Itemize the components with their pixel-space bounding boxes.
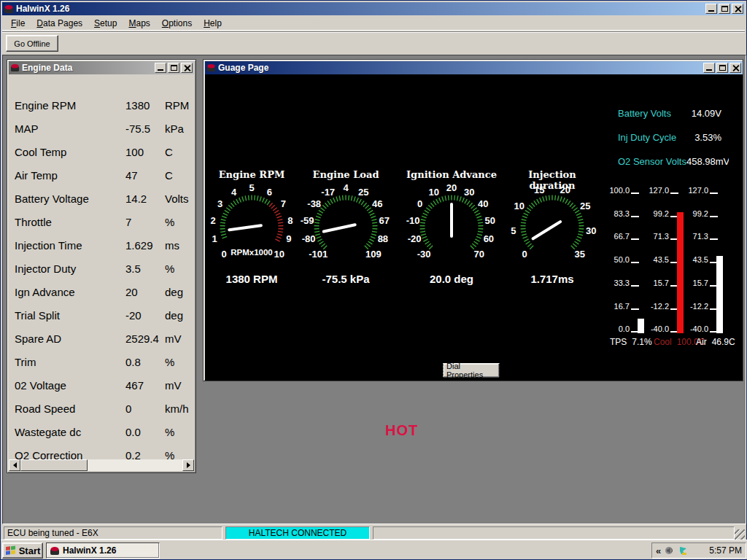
row-value: 467 [125,379,144,392]
svg-text:20: 20 [446,182,457,193]
svg-text:2: 2 [211,215,216,226]
svg-text:88: 88 [378,233,388,244]
scrollbar-thumb[interactable] [20,459,88,471]
row-label: 02 Voltage [15,379,66,392]
haltech-app-icon [4,4,14,14]
row-label: Ign Advance [15,286,75,298]
row-label: Engine RPM [15,99,76,112]
gauge-minimize-button[interactable] [703,63,715,73]
bar-tick-mark [710,238,718,240]
dial-title: Engine RPM [205,169,298,182]
engine-data-row: O2 Correction0.2% [9,443,194,459]
row-unit: % [165,356,174,368]
start-button[interactable]: Start [2,542,43,559]
engine-data-row: Trial Split-20deg [9,303,194,327]
gauge-page-canvas: Battery Volts14.09VInj Duty Cycle3.53%O2… [205,74,743,381]
dial-properties-button[interactable]: Dial Properties [443,363,500,378]
svg-text:40: 40 [478,198,488,209]
bar-tick-label: -40.0 [681,324,708,333]
engine-data-hscrollbar[interactable] [9,459,194,471]
menu-setup[interactable]: Setup [88,17,123,30]
gauge-close-button[interactable] [729,63,741,73]
row-unit: mV [165,379,182,392]
bar-tick: 71.3 [642,230,678,241]
bar-tick: 83.3 [603,208,639,218]
gauge-page-title: Guage Page [218,63,268,73]
bar-tick: 43.5 [642,254,678,264]
dial-title: Engine Load [299,169,392,182]
row-label: Road Speed [15,402,75,415]
menu-data-pages[interactable]: Data Pages [31,17,88,30]
scroll-right-button[interactable] [182,459,194,471]
main-titlebar[interactable]: HalwinX 1.26 [2,2,745,15]
right-arrow-icon [187,462,193,468]
main-close-button[interactable] [732,4,743,14]
toolbar: Go Offline [2,31,745,54]
go-offline-button[interactable]: Go Offline [6,35,58,52]
bar-footer-label: Air [696,337,707,347]
row-unit: Volts [165,192,189,205]
row-label: Injection Time [15,239,82,252]
bar-footer-value: 46.9C [712,337,735,347]
menu-file[interactable]: File [5,17,31,30]
row-value: 0.0 [125,426,141,438]
resize-grip[interactable] [735,529,745,540]
bar-tick-mark [710,216,718,217]
left-arrow-icon [10,462,17,468]
row-value: 0.2 [125,449,141,459]
row-label: MAP [15,122,39,135]
status-ecu-panel: ECU being tuned - E6X [4,526,222,540]
clock: 5:57 PM [709,545,742,556]
row-label: Battery Voltage [15,192,89,205]
menu-help[interactable]: Help [198,17,228,30]
menu-bar: FileData PagesSetupMapsOptionsHelp [2,16,745,31]
main-maximize-button[interactable] [719,4,730,14]
dial-face: -101-80-59-38-17425466788109 [299,182,392,275]
tray-chevron[interactable]: « [656,545,661,556]
bar-tick-mark [670,192,678,194]
main-minimize-button[interactable] [705,4,717,14]
menu-maps[interactable]: Maps [123,17,155,30]
bar-gauge-tps: 100.083.366.750.033.316.70.0 [603,184,642,359]
row-value: 100 [125,146,144,158]
bar-tick: 43.5 [681,254,718,264]
engine-maximize-button[interactable] [168,63,179,73]
bar-tick-label: 100.0 [603,186,630,195]
bar-tick-mark [631,262,639,263]
scroll-left-button[interactable] [9,459,20,471]
row-label: Air Temp [15,169,58,182]
minimize-icon [708,10,714,12]
dial-title: Ignition Advance [405,169,498,182]
engine-close-button[interactable] [181,63,193,73]
engine-data-row: Trim0.8% [9,350,194,373]
svg-text:3: 3 [217,198,222,209]
row-label: Trim [15,356,36,368]
dial-injection-duration: Injection duration051015202530351.717ms [506,169,599,285]
engine-data-titlebar[interactable]: Engine Data [9,61,194,74]
volume-icon[interactable] [665,545,675,556]
row-unit: % [165,216,174,228]
engine-data-row: Spare AD2529.4mV [9,327,194,350]
bar-tick: 71.3 [681,230,718,241]
svg-text:RPMx1000: RPMx1000 [231,248,273,257]
svg-text:67: 67 [379,215,390,226]
svg-text:46: 46 [372,198,382,209]
bar-tick-label: 50.0 [603,255,630,264]
svg-text:0: 0 [222,249,227,260]
desktop: HalwinX 1.26 FileData PagesSetupMapsOpti… [0,0,747,560]
bar-tick-label: 15.7 [681,279,708,287]
gauge-maximize-button[interactable] [716,63,728,73]
engine-minimize-button[interactable] [155,63,166,73]
row-label: Wastegate dc [15,426,81,438]
display-tray-icon[interactable] [678,545,689,556]
bar-footer-label: Cool [654,337,672,347]
taskbar-task-halwinx[interactable]: HalwinX 1.26 [46,542,160,559]
engine-data-title: Engine Data [22,63,72,73]
bar-tick: 33.3 [603,277,639,287]
bar-tick-label: 66.7 [603,232,630,241]
row-unit: mV [165,332,182,345]
gauge-page-titlebar[interactable]: Guage Page [205,61,743,74]
menu-options[interactable]: Options [156,17,198,30]
bar-tick-label: 15.7 [642,279,669,287]
svg-text:-30: -30 [417,249,431,260]
